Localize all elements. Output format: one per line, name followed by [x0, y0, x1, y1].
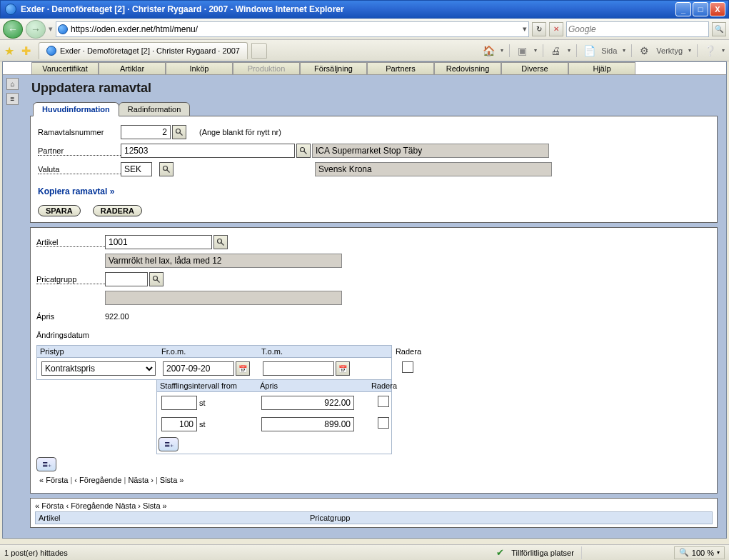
stop-button[interactable]: ✕ — [549, 22, 563, 36]
address-toolbar: ← → ▾ ▾ ↻ ✕ 🔍 — [0, 19, 729, 40]
add-pris-row-icon[interactable]: ≣₊ — [36, 457, 56, 471]
input-ramavtal[interactable] — [121, 125, 171, 139]
svg-point-8 — [154, 276, 158, 281]
zoom-icon: 🔍 — [679, 548, 689, 557]
page-menu-icon[interactable]: 📄 — [583, 44, 595, 57]
lookup-valuta-icon[interactable] — [159, 162, 174, 176]
svg-point-2 — [301, 148, 305, 152]
lookup-partner-icon[interactable] — [296, 144, 311, 158]
input-pricat[interactable] — [105, 272, 148, 286]
window-titlebar: Exder · Demoföretaget [2] · Christer Ryg… — [0, 0, 729, 19]
pager2-prev[interactable]: ‹ Föregående — [66, 501, 113, 510]
input-staf-apris-0[interactable] — [261, 396, 354, 410]
article-panel: Artikel Varmrökt hel lax, låda med 12 Pr… — [30, 227, 718, 494]
back-button[interactable]: ← — [3, 20, 23, 39]
feed-icon[interactable]: ▣ — [516, 44, 528, 57]
app-viewport: Varucertifikat Artiklar Inköp Produktion… — [2, 61, 727, 539]
pager-last[interactable]: Sista » — [160, 476, 184, 484]
left-tool-strip: ⌂ ≡ — [6, 78, 22, 105]
search-button[interactable]: 🔍 — [712, 22, 726, 36]
input-partner[interactable] — [121, 144, 295, 158]
svg-point-0 — [176, 129, 181, 134]
staffling-row-1: st — [157, 414, 391, 435]
add-staffling-row-icon[interactable]: ≣₊ — [159, 437, 179, 451]
pager2-last[interactable]: Sista » — [143, 501, 167, 510]
readonly-artikel-name: Varmrökt hel lax, låda med 12 — [105, 254, 342, 268]
pager-next[interactable]: Nästa › — [128, 476, 153, 484]
menu-produktion: Produktion — [233, 62, 300, 74]
favorites-icon[interactable]: ★ — [4, 44, 17, 57]
calendar-tom-icon[interactable]: 📅 — [336, 361, 350, 376]
calendar-from-icon[interactable]: 📅 — [236, 361, 250, 376]
pager-first[interactable]: « Första — [39, 476, 68, 484]
list-tool-icon[interactable]: ≡ — [6, 93, 19, 105]
pager-prev[interactable]: ‹ Föregående — [74, 476, 121, 484]
svg-line-5 — [167, 170, 170, 173]
input-tom-date[interactable] — [263, 361, 334, 376]
menu-varucertifikat[interactable]: Varucertifikat — [31, 62, 99, 74]
list-header: Artikel Pricatgrupp — [35, 511, 713, 524]
zoom-control[interactable]: 🔍 100 % ▾ — [674, 546, 725, 559]
checkbox-radera-pris[interactable] — [402, 361, 413, 373]
help-icon[interactable]: ❔ — [703, 44, 716, 57]
home-icon[interactable]: 🏠 — [482, 44, 495, 57]
new-tab-button[interactable] — [251, 43, 267, 59]
pager2-first[interactable]: « Första — [35, 501, 64, 510]
menu-diverse[interactable]: Diverse — [501, 62, 568, 74]
page-menu-label[interactable]: Sida — [601, 46, 617, 55]
label-apris: Ápris — [36, 312, 105, 321]
input-staf-qty-1[interactable] — [161, 417, 197, 431]
input-artikel[interactable] — [105, 235, 212, 249]
browser-tab[interactable]: Exder · Demoföretaget [2] · Christer Ryg… — [39, 42, 248, 59]
close-button[interactable]: X — [710, 2, 725, 16]
input-from-date[interactable] — [163, 361, 234, 376]
input-staf-apris-1[interactable] — [261, 417, 354, 431]
pager-1: « Första | ‹ Föregående | Nästa › | Sist… — [39, 476, 708, 484]
forward-button[interactable]: → — [26, 20, 46, 39]
refresh-button[interactable]: ↻ — [532, 22, 546, 36]
lookup-ramavtal-icon[interactable] — [172, 125, 186, 139]
maximize-button[interactable]: □ — [693, 2, 708, 16]
delete-button[interactable]: RADERA — [93, 205, 142, 216]
menu-redovisning[interactable]: Redovisning — [434, 62, 501, 74]
menu-inkop[interactable]: Inköp — [166, 62, 233, 74]
add-favorite-icon[interactable]: ✚ — [21, 44, 34, 57]
tools-icon[interactable]: ⚙ — [638, 44, 650, 57]
copy-ramavtal-link[interactable]: Kopiera ramavtal » — [38, 186, 114, 196]
status-bar: 1 post(er) hittades ✔ Tillförlitliga pla… — [0, 544, 729, 560]
checkbox-staf-radera-1[interactable] — [378, 417, 389, 429]
lookup-pricat-icon[interactable] — [149, 272, 164, 286]
col-from: Fr.o.m. — [159, 346, 258, 357]
minimize-button[interactable]: _ — [675, 2, 691, 16]
menu-hjalp[interactable]: Hjälp — [568, 62, 635, 74]
page-icon — [58, 24, 68, 34]
checkbox-staf-radera-0[interactable] — [378, 396, 389, 407]
tools-menu-label[interactable]: Verktyg — [656, 46, 683, 55]
form-tabs: Huvudinformation Radinformation — [33, 101, 720, 116]
menu-forsaljning[interactable]: Försäljning — [300, 62, 367, 74]
save-button[interactable]: SPARA — [38, 205, 81, 216]
app-menu-bar: Varucertifikat Artiklar Inköp Produktion… — [3, 62, 726, 75]
pristyp-header: Pristyp Fr.o.m. T.o.m. Radera — [36, 345, 392, 358]
window-title: Exder · Demoföretaget [2] · Christer Ryg… — [21, 4, 344, 14]
col-tom: T.o.m. — [258, 346, 358, 357]
tab-huvudinformation[interactable]: Huvudinformation — [33, 102, 119, 116]
input-valuta[interactable] — [121, 162, 152, 176]
print-icon[interactable]: 🖨 — [549, 44, 562, 57]
label-artikel: Artikel — [36, 238, 105, 247]
menu-partners[interactable]: Partners — [367, 62, 434, 74]
tab-radinformation[interactable]: Radinformation — [119, 102, 191, 116]
search-input[interactable] — [568, 24, 707, 34]
search-box[interactable] — [566, 21, 709, 37]
lookup-artikel-icon[interactable] — [213, 235, 228, 249]
url-input[interactable] — [68, 24, 523, 34]
pager2-next[interactable]: Nästa › — [116, 501, 141, 510]
select-pristyp[interactable]: Kontraktspris — [41, 361, 156, 376]
svg-line-9 — [157, 280, 160, 283]
input-staf-qty-0[interactable] — [161, 396, 197, 410]
home-tool-icon[interactable]: ⌂ — [6, 78, 19, 90]
tab-icon — [46, 46, 56, 56]
tabs-toolbar: ★ ✚ Exder · Demoföretaget [2] · Christer… — [0, 40, 729, 61]
address-bar[interactable]: ▾ — [56, 21, 529, 37]
menu-artiklar[interactable]: Artiklar — [99, 62, 166, 74]
